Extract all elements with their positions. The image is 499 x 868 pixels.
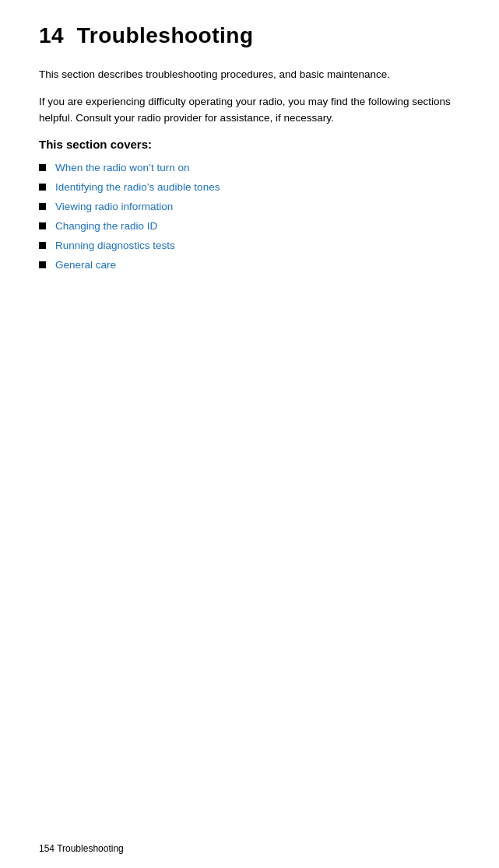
link-general-care[interactable]: General care <box>55 259 116 271</box>
section-covers-heading: This section covers: <box>39 138 460 151</box>
list-item: Running diagnostics tests <box>39 240 460 251</box>
intro-paragraph-2: If you are experiencing difficulty opera… <box>39 94 460 127</box>
bullet-icon <box>39 184 46 191</box>
list-item: Viewing radio information <box>39 201 460 212</box>
page-footer: 154 Troubleshooting <box>39 843 124 854</box>
list-item: General care <box>39 259 460 271</box>
list-item: When the radio won’t turn on <box>39 162 460 173</box>
intro-paragraph-1: This section describes troubleshooting p… <box>39 67 460 83</box>
link-changing-radio-id[interactable]: Changing the radio ID <box>55 220 157 232</box>
bullet-icon <box>39 164 46 171</box>
chapter-title: 14 Troubleshooting <box>39 23 460 48</box>
bullet-list: When the radio won’t turn on Identifying… <box>39 162 460 271</box>
link-when-radio-wont-turn-on[interactable]: When the radio won’t turn on <box>55 162 190 173</box>
link-identifying-audible-tones[interactable]: Identifying the radio’s audible tones <box>55 181 220 193</box>
list-item: Changing the radio ID <box>39 220 460 232</box>
link-viewing-radio-information[interactable]: Viewing radio information <box>55 201 173 212</box>
page-container: 14 Troubleshooting This section describe… <box>0 0 499 868</box>
bullet-icon <box>39 203 46 210</box>
list-item: Identifying the radio’s audible tones <box>39 181 460 193</box>
bullet-icon <box>39 242 46 249</box>
link-running-diagnostics-tests[interactable]: Running diagnostics tests <box>55 240 175 251</box>
bullet-icon <box>39 261 46 268</box>
bullet-icon <box>39 222 46 229</box>
